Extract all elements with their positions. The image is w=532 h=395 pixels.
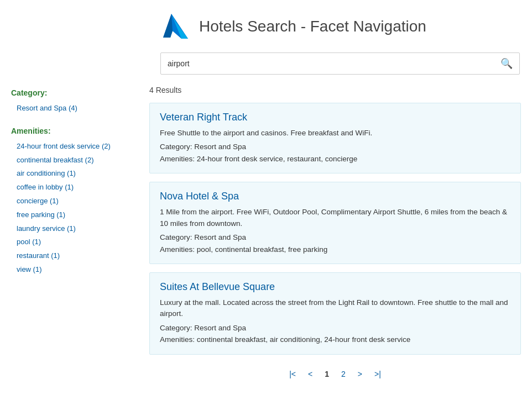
result-title-1[interactable]: Nova Hotel & Spa — [160, 191, 510, 202]
category-label: Category: — [11, 88, 138, 97]
result-description-0: Free Shuttle to the airport and casinos.… — [160, 128, 510, 139]
azure-logo — [160, 11, 191, 41]
amenities-label: Amenities: — [11, 127, 138, 135]
sidebar: Category: Resort and Spa (4) Amenities: … — [11, 86, 138, 391]
facet-amenity-3[interactable]: coffee in lobby (1) — [11, 181, 138, 194]
page-title: Hotels Search - Facet Navigation — [199, 18, 426, 35]
result-category-0: Category: Resort and Spa — [160, 141, 510, 153]
search-bar-container: 🔍 — [11, 52, 521, 75]
result-card-0: Veteran Right Track Free Shuttle to the … — [149, 103, 521, 173]
main-content: Category: Resort and Spa (4) Amenities: … — [11, 86, 521, 391]
result-description-1: 1 Mile from the airport. Free WiFi, Outd… — [160, 207, 510, 229]
result-card-2: Suites At Bellevue Square Luxury at the … — [149, 272, 521, 355]
facet-amenity-5[interactable]: free parking (1) — [11, 208, 138, 222]
facet-amenity-4[interactable]: concierge (1) — [11, 194, 138, 208]
results-area: 4 Results Veteran Right Track Free Shutt… — [149, 86, 521, 391]
search-input[interactable] — [161, 55, 494, 72]
result-title-2[interactable]: Suites At Bellevue Square — [160, 281, 510, 293]
pagination: |< < 1 2 > >| — [149, 368, 521, 391]
category-facet: Category: Resort and Spa (4) — [11, 88, 138, 115]
result-amenities-0: Amenities: 24-hour front desk service, r… — [160, 153, 510, 165]
facet-amenity-0[interactable]: 24-hour front desk service (2) — [11, 140, 138, 154]
result-amenities-1: Amenities: pool, continental breakfast, … — [160, 244, 510, 256]
facet-amenity-1[interactable]: continental breakfast (2) — [11, 154, 138, 167]
header: Hotels Search - Facet Navigation — [11, 11, 521, 41]
facet-category-resort-and-spa[interactable]: Resort and Spa (4) — [11, 102, 138, 115]
pagination-first[interactable]: |< — [286, 368, 299, 380]
facet-amenity-9[interactable]: view (1) — [11, 263, 138, 277]
result-amenities-2: Amenities: continental breakfast, air co… — [160, 334, 510, 346]
result-category-2: Category: Resort and Spa — [160, 322, 510, 334]
result-card-1: Nova Hotel & Spa 1 Mile from the airport… — [149, 182, 521, 264]
pagination-page-2[interactable]: 2 — [338, 368, 349, 380]
facet-amenity-2[interactable]: air conditioning (1) — [11, 167, 138, 181]
results-count: 4 Results — [149, 86, 521, 94]
svg-marker-2 — [163, 14, 173, 38]
pagination-last[interactable]: >| — [371, 368, 384, 380]
result-description-2: Luxury at the mall. Located across the s… — [160, 297, 510, 320]
pagination-current: 1 — [321, 368, 332, 380]
pagination-prev[interactable]: < — [305, 368, 316, 380]
search-bar: 🔍 — [160, 52, 520, 75]
result-category-1: Category: Resort and Spa — [160, 231, 510, 244]
facet-amenity-6[interactable]: laundry service (1) — [11, 222, 138, 236]
pagination-next[interactable]: > — [354, 368, 366, 380]
search-button[interactable]: 🔍 — [494, 53, 519, 74]
facet-amenity-7[interactable]: pool (1) — [11, 235, 138, 249]
facet-amenity-8[interactable]: restaurant (1) — [11, 249, 138, 263]
search-icon: 🔍 — [500, 58, 513, 69]
amenities-facet: Amenities: 24-hour front desk service (2… — [11, 127, 138, 277]
result-title-0[interactable]: Veteran Right Track — [160, 112, 510, 123]
